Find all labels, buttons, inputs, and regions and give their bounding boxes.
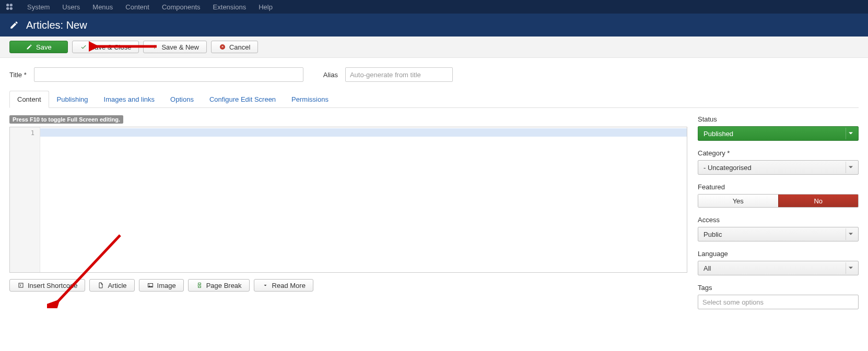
- category-label: Category *: [698, 149, 859, 157]
- language-select[interactable]: All: [698, 261, 859, 275]
- featured-label: Featured: [698, 183, 859, 191]
- caret-icon: [846, 162, 855, 173]
- nav-components[interactable]: Components: [156, 3, 207, 11]
- page-break-icon: [196, 282, 203, 289]
- tags-placeholder: Select some options: [702, 298, 764, 306]
- page-header: Articles: New: [0, 14, 868, 37]
- tab-configure-edit-screen[interactable]: Configure Edit Screen: [202, 91, 284, 108]
- svg-point-3: [10, 7, 13, 10]
- tab-options[interactable]: Options: [162, 91, 202, 108]
- save-new-button[interactable]: Save & New: [143, 41, 207, 53]
- title-input[interactable]: [34, 67, 303, 82]
- svg-point-1: [10, 4, 13, 6]
- gutter-line-1: 1: [10, 129, 34, 137]
- chevron-down-icon: [262, 282, 269, 289]
- svg-point-0: [6, 4, 9, 6]
- editor-gutter: 1: [10, 127, 40, 272]
- status-value: Published: [703, 130, 733, 138]
- check-icon: [80, 43, 87, 51]
- joomla-logo-icon: [4, 2, 15, 12]
- status-select[interactable]: Published: [698, 126, 859, 141]
- cancel-label: Cancel: [229, 43, 250, 51]
- code-editor[interactable]: 1: [9, 127, 687, 273]
- tags-input[interactable]: Select some options: [698, 295, 859, 309]
- svg-point-7: [149, 284, 150, 285]
- editor-hint: Press F10 to toggle Full Screen editing.: [9, 115, 123, 124]
- cancel-icon: [219, 43, 226, 51]
- nav-system[interactable]: System: [21, 3, 56, 11]
- nav-help[interactable]: Help: [252, 3, 279, 11]
- save-button-label: Save: [36, 43, 52, 51]
- caret-icon: [846, 228, 855, 240]
- nav-content[interactable]: Content: [119, 3, 156, 11]
- image-icon: [147, 282, 154, 289]
- save-close-button[interactable]: Save & Close: [72, 41, 139, 53]
- editor-buttons: Insert Shortcode Article Image: [9, 279, 687, 292]
- pencil-icon: [9, 20, 19, 30]
- cancel-button[interactable]: Cancel: [211, 41, 258, 53]
- main-area: Title * Alias Content Publishing Images …: [0, 58, 868, 323]
- title-label: Title *: [9, 71, 27, 79]
- language-value: All: [703, 264, 711, 272]
- action-toolbar: Save Save & Close Save & New Cancel: [0, 37, 868, 58]
- svg-point-2: [6, 7, 9, 10]
- featured-no[interactable]: No: [778, 195, 859, 207]
- top-nav: System Users Menus Content Components Ex…: [0, 0, 868, 14]
- editor-column: Press F10 to toggle Full Screen editing.…: [9, 115, 687, 318]
- category-value: - Uncategorised: [703, 164, 752, 172]
- image-label: Image: [157, 282, 176, 289]
- alias-input[interactable]: [345, 67, 453, 82]
- nav-extensions[interactable]: Extensions: [207, 3, 253, 11]
- featured-toggle[interactable]: Yes No: [698, 194, 859, 208]
- tab-images-links[interactable]: Images and links: [96, 91, 163, 108]
- article-label: Article: [108, 282, 126, 289]
- language-label: Language: [698, 250, 859, 258]
- save-new-label: Save & New: [161, 43, 199, 51]
- page-break-button[interactable]: Page Break: [188, 279, 250, 292]
- caret-icon: [846, 128, 855, 139]
- access-select[interactable]: Public: [698, 227, 859, 241]
- save-close-label: Save & Close: [90, 43, 132, 51]
- insert-shortcode-label: Insert Shortcode: [28, 282, 77, 289]
- status-label: Status: [698, 115, 859, 123]
- category-select[interactable]: - Uncategorised: [698, 160, 859, 175]
- editor-content[interactable]: [40, 127, 687, 272]
- page-break-label: Page Break: [206, 282, 242, 289]
- caret-icon: [846, 262, 855, 274]
- article-button[interactable]: Article: [89, 279, 134, 292]
- tags-label: Tags: [698, 284, 859, 292]
- sidebar: Status Published Category * - Uncategori…: [698, 115, 859, 318]
- file-icon: [97, 282, 104, 289]
- page-title: Articles: New: [26, 19, 87, 31]
- nav-users[interactable]: Users: [56, 3, 86, 11]
- insert-shortcode-button[interactable]: Insert Shortcode: [9, 279, 85, 292]
- title-row: Title * Alias: [9, 67, 859, 82]
- tabs: Content Publishing Images and links Opti…: [9, 90, 859, 108]
- apply-icon: [26, 43, 33, 51]
- access-label: Access: [698, 216, 859, 224]
- tab-content[interactable]: Content: [9, 91, 49, 108]
- read-more-button[interactable]: Read More: [254, 279, 313, 292]
- tab-publishing[interactable]: Publishing: [49, 91, 96, 108]
- plus-icon: [151, 43, 158, 51]
- tab-permissions[interactable]: Permissions: [284, 91, 336, 108]
- read-more-label: Read More: [272, 282, 306, 289]
- nav-menus[interactable]: Menus: [86, 3, 119, 11]
- access-value: Public: [703, 231, 722, 238]
- alias-label: Alias: [323, 71, 338, 79]
- shortcode-icon: [17, 282, 25, 289]
- image-button[interactable]: Image: [139, 279, 184, 292]
- editor-body[interactable]: [40, 127, 687, 272]
- save-button[interactable]: Save: [9, 41, 68, 53]
- featured-yes[interactable]: Yes: [698, 195, 778, 207]
